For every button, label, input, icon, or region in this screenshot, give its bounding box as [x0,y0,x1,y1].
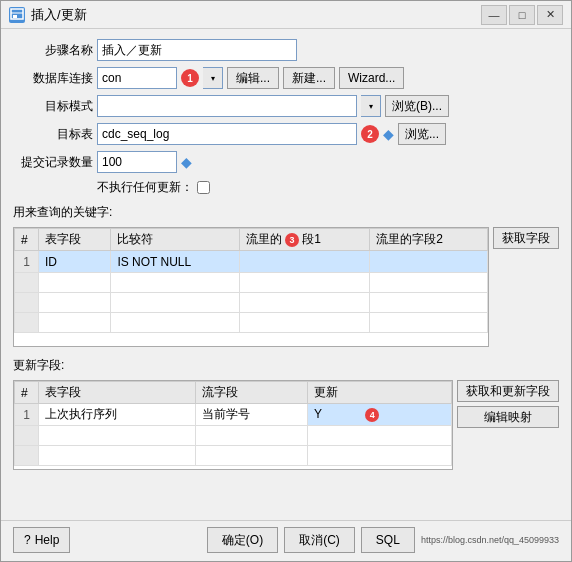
window-icon [9,7,25,23]
diamond-icon-count: ◆ [181,154,192,170]
db-conn-dropdown[interactable]: ▾ [203,67,223,89]
no-update-row: 不执行任何更新： [13,179,559,196]
col-comparator: 比较符 [111,229,239,251]
edit-mapping-button[interactable]: 编辑映射 [457,406,559,428]
submit-count-row: 提交记录数量 ◆ [13,151,559,173]
col-stream-field1: 流里的 3 段1 [239,229,370,251]
db-conn-input[interactable] [97,67,177,89]
key-stream-field2[interactable] [370,251,488,273]
content-area: 步骤名称 数据库连接 1 ▾ 编辑... 新建... Wizard... 目标模… [1,29,571,520]
window-title: 插入/更新 [31,6,87,24]
key-table-section: # 表字段 比较符 流里的 3 段1 流里的字段2 [13,227,559,347]
ok-button[interactable]: 确定(O) [207,527,278,553]
col-table-field: 表字段 [39,229,111,251]
step-name-row: 步骤名称 [13,39,559,61]
update-btn-group: 获取和更新字段 编辑映射 [457,380,559,428]
minimize-button[interactable]: — [481,5,507,25]
key-table-row-empty-1 [15,273,488,293]
target-table-input[interactable] [97,123,357,145]
target-table-label: 目标表 [13,126,93,143]
main-window: 插入/更新 — □ ✕ 步骤名称 数据库连接 1 ▾ 编辑... 新建... W… [0,0,572,562]
update-section-label: 更新字段: [13,357,559,374]
target-mode-row: 目标模式 ▾ 浏览(B)... [13,95,559,117]
update-flag[interactable]: Y 4 [308,404,452,426]
step-name-label: 步骤名称 [13,42,93,59]
edit-button[interactable]: 编辑... [227,67,279,89]
title-bar: 插入/更新 — □ ✕ [1,1,571,29]
key-table-header: # 表字段 比较符 流里的 3 段1 流里的字段2 [15,229,488,251]
footer-right: 确定(O) 取消(C) SQL https://blog.csdn.net/qq… [207,527,559,553]
update-table-header: # 表字段 流字段 更新 [15,382,452,404]
no-update-checkbox[interactable] [197,181,210,194]
key-row-num: 1 [15,251,39,273]
sql-button[interactable]: SQL [361,527,415,553]
target-mode-input[interactable] [97,95,357,117]
col-stream-field2: 流里的字段2 [370,229,488,251]
badge-1: 1 [181,69,199,87]
db-conn-label: 数据库连接 [13,70,93,87]
key-section-label: 用来查询的关键字: [13,204,559,221]
col-num-2: # [15,382,39,404]
key-table-row-empty-3 [15,313,488,333]
target-table-row: 目标表 2 ◆ 浏览... [13,123,559,145]
badge-3: 3 [285,233,299,247]
col-num: # [15,229,39,251]
help-icon: ? [24,533,31,547]
step-name-input[interactable] [97,39,297,61]
key-comparator[interactable]: IS NOT NULL [111,251,239,273]
target-mode-label: 目标模式 [13,98,93,115]
key-table-wrapper: # 表字段 比较符 流里的 3 段1 流里的字段2 [13,227,489,347]
db-conn-row: 数据库连接 1 ▾ 编辑... 新建... Wizard... [13,67,559,89]
col-update: 更新 [308,382,452,404]
new-button[interactable]: 新建... [283,67,335,89]
col-stream-field: 流字段 [195,382,307,404]
update-table-row-empty-2 [15,446,452,466]
wizard-button[interactable]: Wizard... [339,67,404,89]
update-table-row-empty-1 [15,426,452,446]
key-table: # 表字段 比较符 流里的 3 段1 流里的字段2 [14,228,488,333]
key-table-row-empty-2 [15,293,488,313]
browse-b-button[interactable]: 浏览(B)... [385,95,449,117]
update-row-num: 1 [15,404,39,426]
svg-rect-2 [13,15,17,18]
key-btn-group: 获取字段 [493,227,559,249]
browse-button[interactable]: 浏览... [398,123,446,145]
key-stream-field1[interactable] [239,251,370,273]
cancel-button[interactable]: 取消(C) [284,527,355,553]
diamond-icon-table: ◆ [383,126,394,142]
footer-left: ? Help [13,527,70,553]
get-update-fields-button[interactable]: 获取和更新字段 [457,380,559,402]
update-table-wrapper: # 表字段 流字段 更新 1 上次执行序列 当前学号 Y [13,380,453,470]
update-table-field[interactable]: 上次执行序列 [39,404,196,426]
submit-count-input[interactable] [97,151,177,173]
submit-count-label: 提交记录数量 [13,154,93,171]
title-buttons: — □ ✕ [481,5,563,25]
close-button[interactable]: ✕ [537,5,563,25]
footer-url: https://blog.csdn.net/qq_45099933 [421,535,559,545]
update-table-section: # 表字段 流字段 更新 1 上次执行序列 当前学号 Y [13,380,559,470]
badge-2: 2 [361,125,379,143]
update-table: # 表字段 流字段 更新 1 上次执行序列 当前学号 Y [14,381,452,466]
title-bar-left: 插入/更新 [9,6,87,24]
key-table-field[interactable]: ID [39,251,111,273]
badge-4: 4 [365,408,379,422]
help-button[interactable]: ? Help [13,527,70,553]
update-stream-field[interactable]: 当前学号 [195,404,307,426]
no-update-label: 不执行任何更新： [97,179,193,196]
get-fields-button[interactable]: 获取字段 [493,227,559,249]
key-table-row-1[interactable]: 1 ID IS NOT NULL [15,251,488,273]
update-table-row-1[interactable]: 1 上次执行序列 当前学号 Y 4 [15,404,452,426]
maximize-button[interactable]: □ [509,5,535,25]
target-mode-dropdown[interactable]: ▾ [361,95,381,117]
col-table-field-2: 表字段 [39,382,196,404]
footer: ? Help 确定(O) 取消(C) SQL https://blog.csdn… [1,520,571,561]
